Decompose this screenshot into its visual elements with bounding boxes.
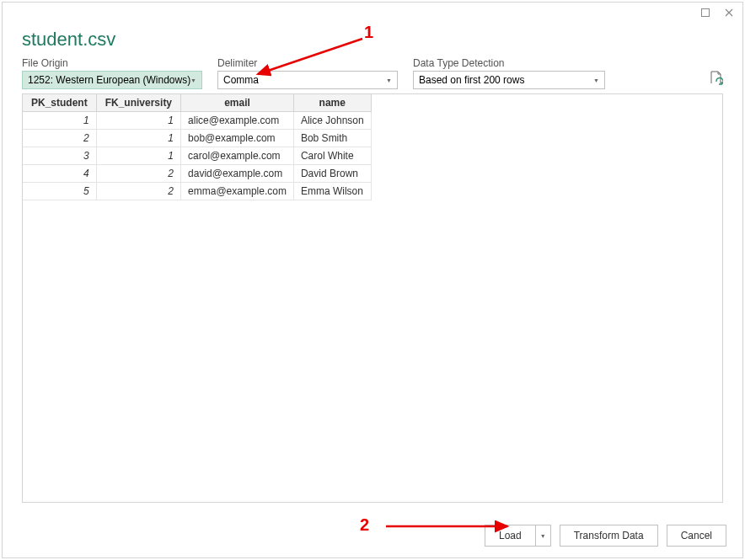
cell: david@example.com [181,165,294,183]
maximize-button[interactable] [699,7,711,19]
cell: 4 [23,165,97,183]
data-type-detection-value: Based on first 200 rows [419,74,524,86]
cell: 1 [96,147,180,165]
document-refresh-icon[interactable] [710,71,723,88]
column-header[interactable]: PK_student [23,94,97,112]
cell: emma@example.com [181,183,294,200]
cell: 2 [96,183,180,200]
table-row[interactable]: 1 1 alice@example.com Alice Johnson [23,112,372,130]
table-row[interactable]: 2 1 bob@example.com Bob Smith [23,130,372,147]
cell: 3 [23,147,97,165]
column-header[interactable]: name [293,94,371,112]
cell: alice@example.com [181,112,294,130]
cell: Emma Wilson [293,183,371,200]
load-button[interactable]: Load ▼ [485,525,551,547]
file-origin-label: File Origin [22,57,202,69]
cell: 2 [96,165,180,183]
cell: 1 [96,130,180,147]
cell: bob@example.com [181,130,294,147]
cell: carol@example.com [181,147,294,165]
load-button-main[interactable]: Load [485,525,535,546]
delimiter-value: Comma [223,74,259,86]
cell: David Brown [293,165,371,183]
delimiter-dropdown[interactable]: Comma ▼ [217,71,398,89]
cancel-button[interactable]: Cancel [667,525,726,547]
data-type-detection-dropdown[interactable]: Based on first 200 rows ▼ [413,71,605,89]
cell: Bob Smith [293,130,371,147]
cell: Carol White [293,147,371,165]
load-button-arrow[interactable]: ▼ [535,525,550,546]
preview-area: PK_student FK_university email name 1 1 … [22,93,723,503]
caret-down-icon: ▼ [386,77,392,83]
column-header[interactable]: email [181,94,294,112]
svg-rect-0 [702,9,710,17]
table-row[interactable]: 3 1 carol@example.com Carol White [23,147,372,165]
cell: Alice Johnson [293,112,371,130]
file-origin-dropdown[interactable]: 1252: Western European (Windows) ▼ [22,71,202,89]
cell: 5 [23,183,97,200]
cell: 1 [96,112,180,130]
column-header[interactable]: FK_university [96,94,180,112]
caret-down-icon: ▼ [190,77,196,83]
table-row[interactable]: 5 2 emma@example.com Emma Wilson [23,183,372,200]
close-button[interactable] [723,7,735,19]
file-origin-value: 1252: Western European (Windows) [28,74,190,86]
cell: 1 [23,112,97,130]
preview-table: PK_student FK_university email name 1 1 … [22,93,372,200]
caret-down-icon: ▼ [593,77,599,83]
table-row[interactable]: 4 2 david@example.com David Brown [23,165,372,183]
data-type-detection-label: Data Type Detection [413,57,605,69]
dialog-title: student.csv [22,29,115,51]
cell: 2 [23,130,97,147]
delimiter-label: Delimiter [217,57,398,69]
transform-data-button[interactable]: Transform Data [560,525,658,547]
